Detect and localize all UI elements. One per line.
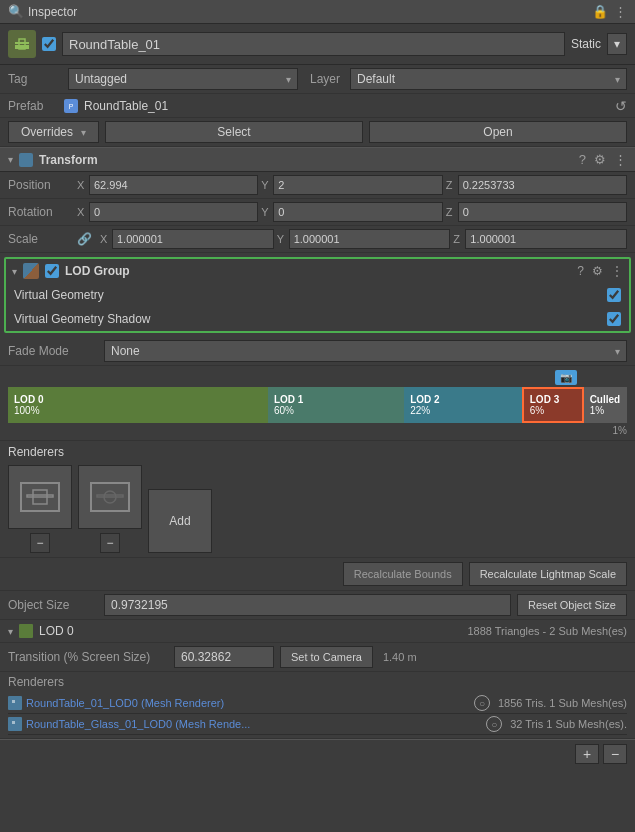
- remove-bottom-button[interactable]: −: [603, 744, 627, 764]
- lock-icon[interactable]: 🔒: [592, 4, 608, 19]
- lod-bar-0-label: LOD 0: [14, 394, 43, 405]
- lod-group-checkbox[interactable]: [45, 264, 59, 278]
- inspector-body: Static ▾ Tag Untagged ▾ Layer Default ▾ …: [0, 24, 635, 832]
- lod-bar-3-pct: 6%: [530, 405, 544, 416]
- transform-collapse-icon: ▾: [8, 154, 13, 165]
- inspector-icon: 🔍: [8, 4, 24, 19]
- svg-rect-6: [27, 495, 53, 497]
- lod0-arrow[interactable]: ▾: [8, 626, 13, 637]
- virtual-geometry-label: Virtual Geometry: [14, 288, 601, 302]
- lod-group-icon: [23, 263, 39, 279]
- recalculate-bounds-button[interactable]: Recalculate Bounds: [343, 562, 463, 586]
- lod-help-icon[interactable]: ?: [577, 264, 584, 278]
- recalculate-lightmap-button[interactable]: Recalculate Lightmap Scale: [469, 562, 627, 586]
- rotation-x-field: X: [77, 202, 258, 222]
- refresh-icon[interactable]: ↺: [615, 98, 627, 114]
- lod-bar-2[interactable]: LOD 2 22%: [404, 387, 522, 423]
- position-y-input[interactable]: [273, 175, 442, 195]
- reset-object-size-button[interactable]: Reset Object Size: [517, 594, 627, 616]
- fade-mode-dropdown[interactable]: None ▾: [104, 340, 627, 362]
- lod-bar-culled-pct: 1%: [590, 405, 604, 416]
- mesh-circle-btn-1[interactable]: ○: [474, 695, 490, 711]
- transform-settings-icon[interactable]: ⚙: [594, 152, 606, 167]
- virtual-geometry-checkbox[interactable]: [607, 288, 621, 302]
- scale-row: Scale 🔗 X Y Z: [0, 226, 635, 253]
- lod0-info: 1888 Triangles - 2 Sub Mesh(es): [467, 625, 627, 637]
- lod0-header: ▾ LOD 0 1888 Triangles - 2 Sub Mesh(es): [0, 620, 635, 643]
- rotation-row: Rotation X Y Z: [0, 199, 635, 226]
- renderer-thumb-1[interactable]: [8, 465, 72, 529]
- fade-mode-row: Fade Mode None ▾: [0, 337, 635, 366]
- position-z-input[interactable]: [458, 175, 627, 195]
- mesh-name-2[interactable]: RoundTable_Glass_01_LOD0 (Mesh Rende...: [26, 718, 482, 730]
- position-y-label: Y: [261, 179, 271, 191]
- svg-rect-1: [15, 45, 29, 47]
- lod-bar-3-label: LOD 3: [530, 394, 559, 405]
- svg-rect-0: [15, 42, 29, 44]
- scale-x-label: X: [100, 233, 110, 245]
- overrides-row: Overrides ▾ Select Open: [0, 118, 635, 147]
- svg-text:P: P: [69, 103, 74, 110]
- lod-more-icon[interactable]: ⋮: [611, 264, 623, 278]
- scale-lock-icon[interactable]: 🔗: [77, 232, 92, 246]
- layer-dropdown[interactable]: Default ▾: [350, 68, 627, 90]
- renderer-item-2: −: [78, 465, 142, 553]
- renderer-remove-1[interactable]: −: [30, 533, 50, 553]
- renderer-thumb-2[interactable]: [78, 465, 142, 529]
- scale-z-input[interactable]: [465, 229, 627, 249]
- rotation-y-input[interactable]: [273, 202, 442, 222]
- position-x-input[interactable]: [89, 175, 258, 195]
- lod-settings-icon[interactable]: ⚙: [592, 264, 603, 278]
- mesh-circle-btn-2[interactable]: ○: [486, 716, 502, 732]
- rotation-xyz-group: X Y Z: [77, 202, 627, 222]
- position-z-field: Z: [446, 175, 627, 195]
- tag-dropdown[interactable]: Untagged ▾: [68, 68, 298, 90]
- lod-bar-culled[interactable]: Culled 1%: [584, 387, 627, 423]
- position-z-label: Z: [446, 179, 456, 191]
- lod-group-section: ▾ LOD Group ? ⚙ ⋮ Virtual Geometry Virtu…: [4, 257, 631, 333]
- rotation-y-label: Y: [261, 206, 271, 218]
- lod0-color-icon: [19, 624, 33, 638]
- scale-x-input[interactable]: [112, 229, 274, 249]
- renderer-thumb-inner-2: [90, 482, 130, 512]
- menu-icon[interactable]: ⋮: [614, 4, 627, 19]
- prefab-row: Prefab P RoundTable_01 ↺: [0, 94, 635, 118]
- scale-y-input[interactable]: [289, 229, 451, 249]
- prefab-name: RoundTable_01: [84, 99, 609, 113]
- static-dropdown[interactable]: ▾: [607, 33, 627, 55]
- lod-bar-0[interactable]: LOD 0 100%: [8, 387, 268, 423]
- lod-bar-1[interactable]: LOD 1 60%: [268, 387, 404, 423]
- transform-help-icon[interactable]: ?: [579, 152, 586, 167]
- tag-dropdown-arrow: ▾: [286, 74, 291, 85]
- lod-bar-culled-label: Culled: [590, 394, 621, 405]
- transition-row: Transition (% Screen Size) Set to Camera…: [0, 643, 635, 672]
- rotation-z-label: Z: [446, 206, 456, 218]
- object-size-input[interactable]: [104, 594, 511, 616]
- object-name-input[interactable]: [62, 32, 565, 56]
- transition-input[interactable]: [174, 646, 274, 668]
- renderer-remove-2[interactable]: −: [100, 533, 120, 553]
- renderer-item-1: −: [8, 465, 72, 553]
- virtual-geometry-shadow-checkbox[interactable]: [607, 312, 621, 326]
- mesh-name-1[interactable]: RoundTable_01_LOD0 (Mesh Renderer): [26, 697, 470, 709]
- set-to-camera-button[interactable]: Set to Camera: [280, 646, 373, 668]
- rotation-x-label: X: [77, 206, 87, 218]
- transform-more-icon[interactable]: ⋮: [614, 152, 627, 167]
- lod-group-header[interactable]: ▾ LOD Group ? ⚙ ⋮: [6, 259, 629, 283]
- transform-section-icons: ? ⚙ ⋮: [579, 152, 627, 167]
- object-active-checkbox[interactable]: [42, 37, 56, 51]
- add-bottom-button[interactable]: +: [575, 744, 599, 764]
- overrides-button[interactable]: Overrides ▾: [8, 121, 99, 143]
- transform-section-header[interactable]: ▾ Transform ? ⚙ ⋮: [0, 147, 635, 172]
- rotation-x-input[interactable]: [89, 202, 258, 222]
- mesh-icon-2: [8, 717, 22, 731]
- renderer-add-button[interactable]: Add: [148, 489, 212, 553]
- layer-label: Layer: [310, 72, 350, 86]
- overrides-arrow: ▾: [81, 127, 86, 138]
- open-button[interactable]: Open: [369, 121, 627, 143]
- select-button[interactable]: Select: [105, 121, 363, 143]
- lod-bar-3[interactable]: LOD 3 6%: [522, 387, 584, 423]
- lod-bar-2-label: LOD 2: [410, 394, 439, 405]
- rotation-z-input[interactable]: [458, 202, 627, 222]
- renderers-items: − − Add: [8, 465, 627, 553]
